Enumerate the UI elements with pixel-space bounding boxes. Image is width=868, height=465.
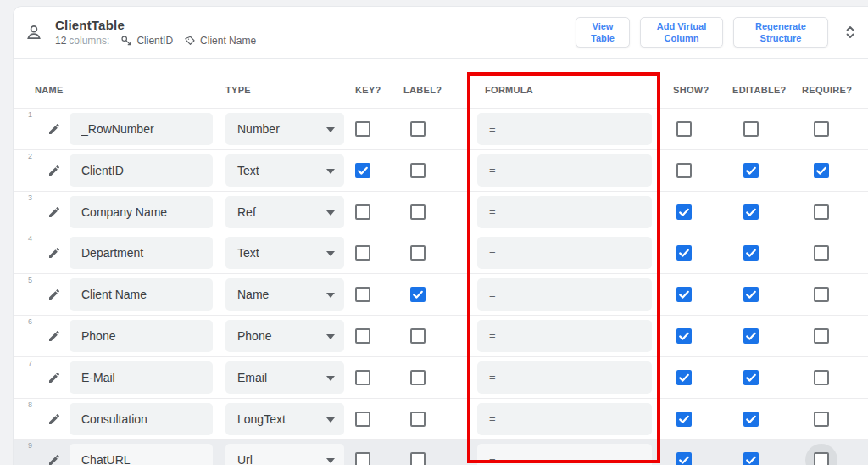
editable-checkbox[interactable] <box>743 287 759 302</box>
formula-input[interactable]: = <box>477 403 652 435</box>
show-checkbox[interactable] <box>676 287 692 302</box>
require-checkbox[interactable] <box>814 287 829 302</box>
column-type-select[interactable]: Number <box>225 113 344 145</box>
header-editable: EDITABLE? <box>732 85 787 95</box>
require-checkbox[interactable] <box>814 121 829 137</box>
panel-header: ClientTable 12columns: ClientID Client N… <box>14 7 868 58</box>
table-row: 8 Consultation LongText = <box>14 398 868 440</box>
key-column-name: ClientID <box>136 35 173 47</box>
column-name-input[interactable]: E-Mail <box>70 361 213 394</box>
label-checkbox[interactable] <box>410 163 426 178</box>
show-checkbox[interactable] <box>676 328 692 344</box>
key-checkbox[interactable] <box>355 412 370 427</box>
editable-checkbox[interactable] <box>743 204 759 220</box>
show-checkbox[interactable] <box>676 452 692 465</box>
require-checkbox[interactable] <box>814 163 829 178</box>
editable-checkbox[interactable] <box>743 370 759 385</box>
column-name-input[interactable]: ClientID <box>70 154 213 187</box>
show-checkbox[interactable] <box>676 121 692 137</box>
edit-pencil-icon[interactable] <box>47 122 61 136</box>
edit-pencil-icon[interactable] <box>47 453 61 465</box>
add-virtual-column-button[interactable]: Add Virtual Column <box>640 17 723 48</box>
editable-checkbox[interactable] <box>743 452 759 465</box>
formula-input[interactable]: = <box>477 113 652 145</box>
column-name-input[interactable]: Consultation <box>70 403 213 435</box>
editable-checkbox[interactable] <box>743 163 759 178</box>
dropdown-caret-icon <box>326 210 335 216</box>
show-checkbox[interactable] <box>676 163 692 178</box>
label-checkbox[interactable] <box>410 328 426 344</box>
column-name-input[interactable]: Department <box>70 237 213 269</box>
column-type-select[interactable]: Url <box>225 444 344 465</box>
row-index: 9 <box>28 441 32 450</box>
column-type-select[interactable]: Name <box>225 278 344 311</box>
row-index: 7 <box>28 359 32 367</box>
label-checkbox[interactable] <box>410 452 426 465</box>
regenerate-structure-button[interactable]: Regenerate Structure <box>733 17 828 48</box>
editable-checkbox[interactable] <box>743 328 759 344</box>
expand-collapse-icon[interactable] <box>844 25 856 40</box>
edit-pencil-icon[interactable] <box>47 246 61 260</box>
edit-pencil-icon[interactable] <box>47 205 61 219</box>
table-row: 7 E-Mail Email = <box>14 356 868 398</box>
label-checkbox[interactable] <box>410 370 426 385</box>
label-checkbox[interactable] <box>410 287 426 302</box>
label-checkbox[interactable] <box>410 204 426 220</box>
column-type-select[interactable]: Email <box>225 361 344 394</box>
show-checkbox[interactable] <box>676 370 692 385</box>
label-checkbox[interactable] <box>410 245 426 261</box>
show-checkbox[interactable] <box>676 204 692 220</box>
key-checkbox[interactable] <box>355 370 370 385</box>
column-name-input[interactable]: ChatURL <box>70 444 213 465</box>
column-type-select[interactable]: Text <box>225 154 344 187</box>
edit-pencil-icon[interactable] <box>47 412 61 426</box>
column-type-select[interactable]: Phone <box>225 320 344 352</box>
key-checkbox[interactable] <box>355 204 370 220</box>
view-table-button[interactable]: View Table <box>576 17 630 48</box>
dropdown-caret-icon <box>326 127 335 132</box>
edit-pencil-icon[interactable] <box>47 288 61 301</box>
show-checkbox[interactable] <box>676 412 692 427</box>
edit-pencil-icon[interactable] <box>47 164 61 177</box>
column-type-select[interactable]: LongText <box>225 403 344 435</box>
header-show: SHOW? <box>673 85 709 95</box>
column-type-select[interactable]: Text <box>225 237 344 269</box>
editable-checkbox[interactable] <box>743 121 759 137</box>
require-checkbox[interactable] <box>814 328 829 344</box>
dropdown-caret-icon <box>326 169 335 174</box>
column-type-select[interactable]: Ref <box>225 196 344 228</box>
label-checkbox[interactable] <box>410 412 426 427</box>
key-column-chip[interactable]: ClientID <box>120 35 173 47</box>
key-checkbox[interactable] <box>355 452 370 465</box>
formula-input[interactable]: = <box>477 444 652 465</box>
require-checkbox[interactable] <box>814 245 829 261</box>
key-checkbox[interactable] <box>355 245 370 261</box>
editable-checkbox[interactable] <box>743 412 759 427</box>
column-name-input[interactable]: Client Name <box>70 278 213 311</box>
column-name-input[interactable]: _RowNumber <box>70 113 213 145</box>
edit-pencil-icon[interactable] <box>47 329 61 343</box>
dropdown-caret-icon <box>326 458 335 463</box>
key-checkbox[interactable] <box>355 328 370 344</box>
formula-input[interactable]: = <box>477 196 652 228</box>
require-checkbox[interactable] <box>814 412 829 427</box>
require-checkbox[interactable] <box>814 370 829 385</box>
require-checkbox[interactable] <box>814 204 829 220</box>
formula-input[interactable]: = <box>477 154 652 187</box>
require-checkbox[interactable] <box>814 452 829 465</box>
table-row: 6 Phone Phone = <box>14 315 868 356</box>
formula-input[interactable]: = <box>477 361 652 394</box>
formula-input[interactable]: = <box>477 278 652 311</box>
label-column-chip[interactable]: Client Name <box>184 35 256 47</box>
formula-input[interactable]: = <box>477 237 652 269</box>
label-checkbox[interactable] <box>410 121 426 137</box>
key-checkbox[interactable] <box>355 287 370 302</box>
editable-checkbox[interactable] <box>743 245 759 261</box>
show-checkbox[interactable] <box>676 245 692 261</box>
column-name-input[interactable]: Phone <box>70 320 213 352</box>
key-checkbox[interactable] <box>355 163 370 178</box>
key-checkbox[interactable] <box>355 121 370 137</box>
formula-input[interactable]: = <box>477 320 652 352</box>
column-name-input[interactable]: Company Name <box>70 196 213 228</box>
edit-pencil-icon[interactable] <box>47 371 61 384</box>
